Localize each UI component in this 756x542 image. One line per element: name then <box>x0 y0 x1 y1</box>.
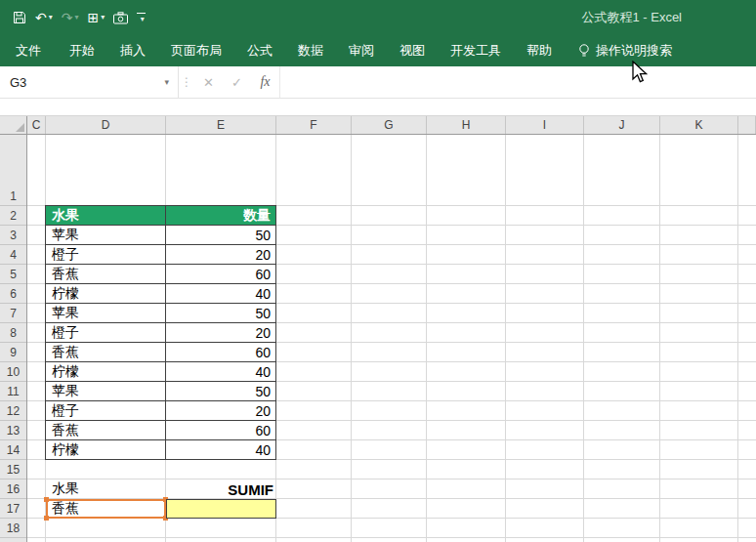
gridline-vertical <box>583 135 584 542</box>
enter-button[interactable]: ✓ <box>223 66 251 98</box>
table-cell-qty-row4[interactable]: 20 <box>166 245 276 265</box>
table-header-fruit[interactable]: 水果 <box>46 206 166 226</box>
tab-help[interactable]: 帮助 <box>514 35 565 66</box>
tab-view[interactable]: 视图 <box>387 35 438 66</box>
table-cell-fruit-row9[interactable]: 香蕉 <box>46 343 166 362</box>
camera-button[interactable] <box>109 12 132 24</box>
row-header-4[interactable]: 4 <box>0 245 26 265</box>
column-header-partial[interactable] <box>738 116 756 134</box>
column-header-E[interactable]: E <box>166 116 276 134</box>
tab-file[interactable]: 文件 <box>0 35 57 66</box>
gridline-vertical <box>659 135 660 542</box>
row-header-7[interactable]: 7 <box>0 304 26 323</box>
table-cell-qty-row14[interactable]: 40 <box>166 440 276 460</box>
insert-function-button[interactable]: fx <box>251 66 279 98</box>
row-header-18[interactable]: 18 <box>0 519 26 538</box>
table-cell-fruit-row12[interactable]: 橙子 <box>46 401 166 421</box>
table-cell-fruit-row8[interactable]: 橙子 <box>46 323 166 343</box>
range-handle-top-left[interactable] <box>44 497 49 502</box>
cell-e16-sumif-label[interactable]: SUMIF <box>166 479 276 499</box>
customize-qat-button[interactable]: ▾ <box>133 13 149 23</box>
column-header-D[interactable]: D <box>46 116 166 134</box>
quick-access-toolbar: ↶ ▾ ↷ ▾ ⊞ ▾ ▾ <box>0 11 149 24</box>
row-header-3[interactable]: 3 <box>0 226 26 245</box>
tab-developer[interactable]: 开发工具 <box>438 35 514 66</box>
table-cell-fruit-row5[interactable]: 香蕉 <box>46 265 166 284</box>
formula-input[interactable] <box>279 66 756 98</box>
undo-dropdown-icon[interactable]: ▾ <box>49 14 53 21</box>
draw-borders-button[interactable]: ⊞ ▾ <box>84 11 109 24</box>
row-header-13[interactable]: 13 <box>0 421 26 440</box>
cell-e17-result[interactable] <box>166 499 276 519</box>
table-cell-qty-row8[interactable]: 20 <box>166 323 276 343</box>
cell-d16-fruit-label[interactable]: 水果 <box>46 479 166 499</box>
table-cell-qty-row6[interactable]: 40 <box>166 284 276 304</box>
tab-home[interactable]: 开始 <box>57 35 107 66</box>
camera-icon <box>113 12 128 24</box>
name-box[interactable]: G3 ▾ <box>0 66 179 98</box>
row-header-16[interactable]: 16 <box>0 479 26 499</box>
row-header-9[interactable]: 9 <box>0 343 26 362</box>
row-header-5[interactable]: 5 <box>0 265 26 284</box>
borders-icon: ⊞ <box>88 11 100 24</box>
row-headers: 123456789101112131415161718 <box>0 135 27 542</box>
column-header-K[interactable]: K <box>660 116 738 134</box>
column-header-G[interactable]: G <box>352 116 427 134</box>
row-header-12[interactable]: 12 <box>0 401 26 421</box>
worksheet: CDEFGHIJK 123456789101112131415161718 水果… <box>0 115 756 542</box>
table-cell-fruit-row7[interactable]: 苹果 <box>46 304 166 323</box>
select-all-corner[interactable] <box>0 116 27 135</box>
table-cell-fruit-row13[interactable]: 香蕉 <box>46 421 166 440</box>
range-handle-bottom-left[interactable] <box>44 516 49 521</box>
row-header-14[interactable]: 14 <box>0 440 26 460</box>
tab-page-layout[interactable]: 页面布局 <box>158 35 234 66</box>
column-header-C[interactable]: C <box>27 116 46 134</box>
cancel-button[interactable]: ✕ <box>194 66 223 98</box>
gridline-vertical <box>426 135 427 542</box>
table-header-qty[interactable]: 数量 <box>166 206 276 226</box>
row-header-15[interactable]: 15 <box>0 460 26 479</box>
column-header-J[interactable]: J <box>584 116 660 134</box>
table-cell-qty-row10[interactable]: 40 <box>166 362 276 382</box>
tab-insert[interactable]: 插入 <box>107 35 158 66</box>
table-cell-qty-row5[interactable]: 60 <box>166 265 276 284</box>
gridline-vertical <box>505 135 506 542</box>
name-box-dropdown-icon[interactable]: ▾ <box>164 77 169 87</box>
cell-d17-criteria[interactable]: 香蕉 <box>46 499 166 519</box>
lightbulb-icon <box>578 43 590 59</box>
redo-button[interactable]: ↷ ▾ <box>58 11 83 24</box>
table-cell-fruit-row11[interactable]: 苹果 <box>46 382 166 401</box>
table-cell-fruit-row3[interactable]: 苹果 <box>46 226 166 245</box>
row-header-10[interactable]: 10 <box>0 362 26 382</box>
row-header-8[interactable]: 8 <box>0 323 26 343</box>
tell-me-search[interactable]: 操作说明搜索 <box>578 42 672 60</box>
undo-button[interactable]: ↶ ▾ <box>31 11 57 24</box>
row-header-1[interactable]: 1 <box>0 135 26 206</box>
table-cell-fruit-row4[interactable]: 橙子 <box>46 245 166 265</box>
column-header-F[interactable]: F <box>276 116 352 134</box>
borders-dropdown-icon[interactable]: ▾ <box>101 14 105 21</box>
tab-data[interactable]: 数据 <box>285 35 336 66</box>
row-header-2[interactable]: 2 <box>0 206 26 226</box>
column-headers: CDEFGHIJK <box>27 116 756 135</box>
table-cell-qty-row7[interactable]: 50 <box>166 304 276 323</box>
row-header-6[interactable]: 6 <box>0 284 26 304</box>
tab-review[interactable]: 审阅 <box>336 35 387 66</box>
cells-layer[interactable]: 水果 SUMIF 香蕉 水果数量苹果50橙子20香蕉60柠檬40苹果50橙子20… <box>27 135 756 542</box>
table-cell-qty-row12[interactable]: 20 <box>166 401 276 421</box>
column-header-I[interactable]: I <box>506 116 584 134</box>
table-cell-fruit-row14[interactable]: 柠檬 <box>46 440 166 460</box>
table-cell-qty-row3[interactable]: 50 <box>166 226 276 245</box>
save-button[interactable] <box>9 11 30 24</box>
tell-me-label: 操作说明搜索 <box>596 42 672 60</box>
row-header-11[interactable]: 11 <box>0 382 26 401</box>
table-cell-fruit-row6[interactable]: 柠檬 <box>46 284 166 304</box>
redo-dropdown-icon[interactable]: ▾ <box>74 14 78 21</box>
row-header-17[interactable]: 17 <box>0 499 26 519</box>
table-cell-fruit-row10[interactable]: 柠檬 <box>46 362 166 382</box>
tab-formulas[interactable]: 公式 <box>234 35 285 66</box>
table-cell-qty-row13[interactable]: 60 <box>166 421 276 440</box>
table-cell-qty-row9[interactable]: 60 <box>166 343 276 362</box>
column-header-H[interactable]: H <box>427 116 506 134</box>
table-cell-qty-row11[interactable]: 50 <box>166 382 276 401</box>
